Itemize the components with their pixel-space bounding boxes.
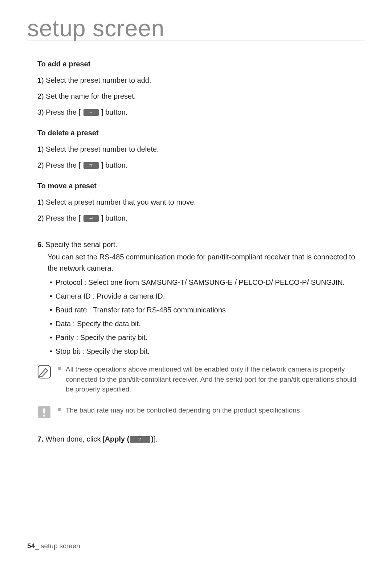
heading-delete-preset: To delete a preset bbox=[37, 127, 365, 139]
item-6-bullets: Protocol : Select one from SAMSUNG-T/ SA… bbox=[37, 277, 365, 357]
apply-button-icon: ✓ bbox=[130, 436, 150, 443]
move-step-2: 2) Press the [ ↩ ] button. bbox=[37, 213, 365, 224]
add-step-3-pre: 3) Press the [ bbox=[37, 108, 81, 116]
item-6-number: 6. bbox=[37, 241, 44, 249]
add-step-1: 1) Select the preset number to add. bbox=[37, 75, 365, 86]
item-6: 6. Specify the serial port. You can set … bbox=[37, 239, 365, 357]
move-step-2-pre: 2) Press the [ bbox=[37, 214, 81, 222]
bullet-data: Data : Specify the data bit. bbox=[48, 318, 365, 329]
item-6-desc: You can set the RS-485 communication mod… bbox=[37, 251, 365, 274]
item-7-close: ]. bbox=[154, 435, 158, 443]
bullet-parity: Parity : Specify the parity bit. bbox=[48, 332, 365, 343]
svg-point-4 bbox=[43, 414, 45, 417]
add-step-2: 2) Set the name for the preset. bbox=[37, 91, 365, 102]
move-button-icon: ↩ bbox=[83, 215, 99, 222]
item-6-title: Specify the serial port. bbox=[45, 241, 117, 249]
item-7-pre: When done, click [ bbox=[45, 435, 105, 443]
bullet-camera-id: Camera ID : Provide a camera ID. bbox=[48, 291, 365, 302]
bullet-baud-rate: Baud rate : Transfer rate for RS-485 com… bbox=[48, 304, 365, 316]
footer-separator: _ bbox=[35, 542, 39, 550]
note-block: All these operations above mentioned wil… bbox=[37, 364, 365, 394]
caution-text: The baud rate may not be controlled depe… bbox=[58, 405, 365, 415]
delete-step-2-post: ] button. bbox=[101, 161, 127, 169]
delete-step-2-pre: 2) Press the [ bbox=[37, 161, 81, 169]
item-7: 7. When done, click [Apply (✓)]. bbox=[37, 434, 365, 445]
move-step-2-post: ] button. bbox=[101, 214, 127, 222]
heading-move-preset: To move a preset bbox=[37, 180, 365, 192]
content-body: To add a preset 1) Select the preset num… bbox=[27, 58, 365, 445]
delete-step-1: 1) Select the preset number to delete. bbox=[37, 144, 365, 155]
page-footer: 54_ setup screen bbox=[27, 542, 80, 550]
footer-page-number: 54 bbox=[27, 542, 35, 550]
item-7-number: 7. bbox=[37, 435, 44, 443]
item-7-apply-label: Apply ( bbox=[105, 435, 130, 443]
footer-label: setup screen bbox=[39, 542, 80, 550]
note-icon bbox=[37, 365, 51, 379]
add-step-3: 3) Press the [ + ] button. bbox=[37, 107, 365, 118]
caution-icon bbox=[37, 405, 51, 419]
page-title: setup screen bbox=[27, 16, 365, 41]
trash-button-icon: 🗑 bbox=[83, 162, 99, 169]
note-text: All these operations above mentioned wil… bbox=[58, 364, 365, 394]
move-step-1: 1) Select a preset number that you want … bbox=[37, 197, 365, 208]
caution-block: The baud rate may not be controlled depe… bbox=[37, 405, 365, 419]
add-step-3-post: ] button. bbox=[101, 108, 127, 116]
plus-button-icon: + bbox=[83, 109, 99, 116]
svg-rect-3 bbox=[43, 408, 45, 413]
bullet-stop-bit: Stop bit : Specify the stop bit. bbox=[48, 346, 365, 357]
bullet-protocol: Protocol : Select one from SAMSUNG-T/ SA… bbox=[48, 277, 365, 288]
heading-add-preset: To add a preset bbox=[37, 58, 365, 70]
delete-step-2: 2) Press the [ 🗑 ] button. bbox=[37, 160, 365, 171]
